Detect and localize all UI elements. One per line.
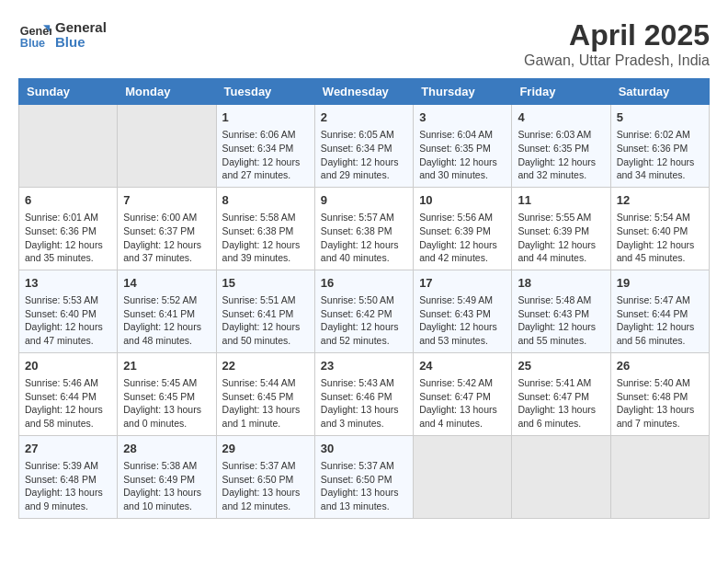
calendar-week-1: 1Sunrise: 6:06 AM Sunset: 6:34 PM Daylig… xyxy=(19,105,710,188)
day-number: 12 xyxy=(617,192,703,209)
day-number: 17 xyxy=(419,275,506,292)
day-number: 8 xyxy=(222,192,309,209)
day-number: 15 xyxy=(222,275,309,292)
calendar-cell: 25Sunrise: 5:41 AM Sunset: 6:47 PM Dayli… xyxy=(512,352,610,435)
day-number: 2 xyxy=(321,109,407,126)
day-number: 18 xyxy=(518,275,604,292)
calendar-header-row: SundayMondayTuesdayWednesdayThursdayFrid… xyxy=(19,79,710,105)
calendar-week-4: 20Sunrise: 5:46 AM Sunset: 6:44 PM Dayli… xyxy=(19,352,710,435)
day-number: 29 xyxy=(222,441,309,457)
day-info: Sunrise: 6:05 AM Sunset: 6:34 PM Dayligh… xyxy=(321,128,407,182)
calendar-cell xyxy=(610,435,709,518)
calendar-cell: 23Sunrise: 5:43 AM Sunset: 6:46 PM Dayli… xyxy=(314,352,413,435)
day-info: Sunrise: 5:48 AM Sunset: 6:43 PM Dayligh… xyxy=(518,293,604,348)
calendar-cell: 5Sunrise: 6:02 AM Sunset: 6:36 PM Daylig… xyxy=(610,105,709,188)
calendar-cell: 12Sunrise: 5:54 AM Sunset: 6:40 PM Dayli… xyxy=(610,187,709,270)
day-number: 10 xyxy=(419,192,506,209)
calendar-cell: 24Sunrise: 5:42 AM Sunset: 6:47 PM Dayli… xyxy=(414,352,512,435)
calendar-cell xyxy=(512,435,610,518)
day-info: Sunrise: 5:44 AM Sunset: 6:45 PM Dayligh… xyxy=(222,376,309,431)
day-header-wednesday: Wednesday xyxy=(314,79,413,105)
day-header-tuesday: Tuesday xyxy=(216,79,314,105)
day-number: 28 xyxy=(123,441,210,457)
calendar-cell: 3Sunrise: 6:04 AM Sunset: 6:35 PM Daylig… xyxy=(414,105,512,188)
day-info: Sunrise: 5:56 AM Sunset: 6:39 PM Dayligh… xyxy=(419,211,506,265)
day-number: 14 xyxy=(123,275,210,292)
calendar-cell: 6Sunrise: 6:01 AM Sunset: 6:36 PM Daylig… xyxy=(19,187,118,270)
calendar-cell: 8Sunrise: 5:58 AM Sunset: 6:38 PM Daylig… xyxy=(216,187,314,270)
calendar-cell: 15Sunrise: 5:51 AM Sunset: 6:41 PM Dayli… xyxy=(216,270,314,352)
calendar-cell: 4Sunrise: 6:03 AM Sunset: 6:35 PM Daylig… xyxy=(512,105,610,188)
day-header-monday: Monday xyxy=(118,79,216,105)
day-info: Sunrise: 5:43 AM Sunset: 6:46 PM Dayligh… xyxy=(321,376,407,431)
page-header: General Blue General Blue April 2025 Gaw… xyxy=(18,18,710,69)
day-number: 25 xyxy=(518,358,604,374)
calendar-cell: 28Sunrise: 5:38 AM Sunset: 6:49 PM Dayli… xyxy=(118,435,216,518)
day-number: 30 xyxy=(321,441,407,457)
day-number: 7 xyxy=(123,192,210,209)
calendar-cell: 11Sunrise: 5:55 AM Sunset: 6:39 PM Dayli… xyxy=(512,187,610,270)
day-info: Sunrise: 5:42 AM Sunset: 6:47 PM Dayligh… xyxy=(419,376,506,431)
calendar-cell: 1Sunrise: 6:06 AM Sunset: 6:34 PM Daylig… xyxy=(216,105,314,188)
day-info: Sunrise: 5:52 AM Sunset: 6:41 PM Dayligh… xyxy=(123,293,210,348)
day-header-sunday: Sunday xyxy=(19,79,118,105)
day-number: 24 xyxy=(419,358,506,374)
day-info: Sunrise: 5:41 AM Sunset: 6:47 PM Dayligh… xyxy=(518,376,604,431)
logo-icon: General Blue xyxy=(18,18,51,52)
calendar-cell: 13Sunrise: 5:53 AM Sunset: 6:40 PM Dayli… xyxy=(19,270,118,352)
calendar-cell: 17Sunrise: 5:49 AM Sunset: 6:43 PM Dayli… xyxy=(414,270,512,352)
calendar-cell: 2Sunrise: 6:05 AM Sunset: 6:34 PM Daylig… xyxy=(314,105,413,188)
day-info: Sunrise: 5:55 AM Sunset: 6:39 PM Dayligh… xyxy=(518,211,604,265)
day-info: Sunrise: 5:53 AM Sunset: 6:40 PM Dayligh… xyxy=(25,293,111,348)
day-number: 5 xyxy=(617,109,703,126)
day-number: 3 xyxy=(419,109,506,126)
calendar-week-2: 6Sunrise: 6:01 AM Sunset: 6:36 PM Daylig… xyxy=(19,187,710,270)
day-number: 6 xyxy=(25,192,111,209)
day-number: 11 xyxy=(518,192,604,209)
calendar-table: SundayMondayTuesdayWednesdayThursdayFrid… xyxy=(18,78,710,519)
day-info: Sunrise: 5:58 AM Sunset: 6:38 PM Dayligh… xyxy=(222,211,309,265)
day-info: Sunrise: 6:03 AM Sunset: 6:35 PM Dayligh… xyxy=(518,128,604,182)
day-info: Sunrise: 5:50 AM Sunset: 6:42 PM Dayligh… xyxy=(321,293,407,348)
day-number: 9 xyxy=(321,192,407,209)
day-number: 21 xyxy=(123,358,210,374)
day-number: 16 xyxy=(321,275,407,292)
day-info: Sunrise: 5:57 AM Sunset: 6:38 PM Dayligh… xyxy=(321,211,407,265)
day-number: 20 xyxy=(25,358,111,374)
calendar-cell: 10Sunrise: 5:56 AM Sunset: 6:39 PM Dayli… xyxy=(414,187,512,270)
day-info: Sunrise: 5:39 AM Sunset: 6:48 PM Dayligh… xyxy=(25,459,111,513)
day-info: Sunrise: 5:37 AM Sunset: 6:50 PM Dayligh… xyxy=(321,459,407,513)
calendar-cell: 19Sunrise: 5:47 AM Sunset: 6:44 PM Dayli… xyxy=(610,270,709,352)
calendar-cell xyxy=(414,435,512,518)
calendar-cell: 14Sunrise: 5:52 AM Sunset: 6:41 PM Dayli… xyxy=(118,270,216,352)
day-info: Sunrise: 5:45 AM Sunset: 6:45 PM Dayligh… xyxy=(123,376,210,431)
day-number: 4 xyxy=(518,109,604,126)
day-info: Sunrise: 6:06 AM Sunset: 6:34 PM Dayligh… xyxy=(222,128,309,182)
day-number: 1 xyxy=(222,109,309,126)
day-number: 23 xyxy=(321,358,407,374)
calendar-cell: 30Sunrise: 5:37 AM Sunset: 6:50 PM Dayli… xyxy=(314,435,413,518)
calendar-cell: 22Sunrise: 5:44 AM Sunset: 6:45 PM Dayli… xyxy=(216,352,314,435)
day-number: 22 xyxy=(222,358,309,374)
calendar-week-3: 13Sunrise: 5:53 AM Sunset: 6:40 PM Dayli… xyxy=(19,270,710,352)
title-section: April 2025 Gawan, Uttar Pradesh, India xyxy=(524,18,710,69)
day-info: Sunrise: 5:40 AM Sunset: 6:48 PM Dayligh… xyxy=(617,376,703,431)
calendar-cell xyxy=(19,105,118,188)
calendar-cell: 26Sunrise: 5:40 AM Sunset: 6:48 PM Dayli… xyxy=(610,352,709,435)
day-info: Sunrise: 5:54 AM Sunset: 6:40 PM Dayligh… xyxy=(617,211,703,265)
calendar-cell xyxy=(118,105,216,188)
calendar-cell: 9Sunrise: 5:57 AM Sunset: 6:38 PM Daylig… xyxy=(314,187,413,270)
day-header-friday: Friday xyxy=(512,79,610,105)
day-info: Sunrise: 5:49 AM Sunset: 6:43 PM Dayligh… xyxy=(419,293,506,348)
day-number: 19 xyxy=(617,275,703,292)
calendar-cell: 27Sunrise: 5:39 AM Sunset: 6:48 PM Dayli… xyxy=(19,435,118,518)
day-info: Sunrise: 5:47 AM Sunset: 6:44 PM Dayligh… xyxy=(617,293,703,348)
calendar-cell: 7Sunrise: 6:00 AM Sunset: 6:37 PM Daylig… xyxy=(118,187,216,270)
day-number: 13 xyxy=(25,275,111,292)
logo-text-blue: Blue xyxy=(55,35,107,51)
calendar-cell: 20Sunrise: 5:46 AM Sunset: 6:44 PM Dayli… xyxy=(19,352,118,435)
logo-text-general: General xyxy=(55,20,107,36)
logo: General Blue General Blue xyxy=(18,18,107,52)
day-info: Sunrise: 6:01 AM Sunset: 6:36 PM Dayligh… xyxy=(25,211,111,265)
calendar-cell: 29Sunrise: 5:37 AM Sunset: 6:50 PM Dayli… xyxy=(216,435,314,518)
